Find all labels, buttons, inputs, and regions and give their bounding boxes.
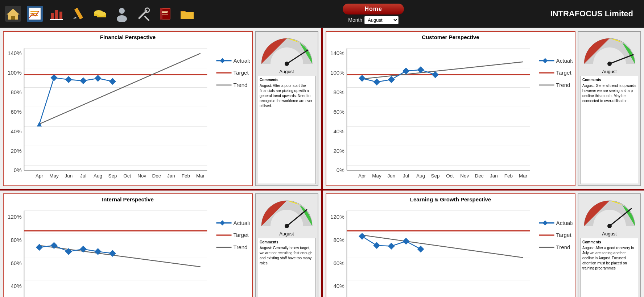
svg-text:140%: 140% [330, 50, 344, 56]
svg-rect-117 [402, 68, 409, 75]
financial-chart-area: 0% 20% 40% 60% 80% 100% 140% Apr May Jun… [6, 42, 250, 183]
svg-rect-2 [11, 16, 15, 20]
svg-text:Aug: Aug [94, 173, 102, 179]
internal-gauge-label: August [279, 231, 294, 237]
svg-text:Target: Target [234, 70, 249, 76]
customer-comments-text: August: General trend is upwards however… [582, 83, 636, 104]
svg-line-157 [40, 246, 201, 267]
svg-point-173 [285, 224, 289, 228]
pencil-icon[interactable] [69, 4, 88, 23]
svg-text:Jan: Jan [490, 173, 498, 179]
svg-rect-115 [373, 79, 380, 85]
financial-quadrant: Financial Perspective 0% 20% [0, 28, 321, 189]
customer-chart-area: 0% 20% 40% 60% 80% 100% 140% Apr May Jun… [329, 42, 573, 183]
customer-chart-svg: 0% 20% 40% 60% 80% 100% 140% Apr May Jun… [329, 42, 573, 183]
svg-line-201 [362, 235, 523, 258]
learning-comments-title: Comments [582, 240, 636, 245]
folder-icon[interactable] [178, 4, 197, 23]
customer-gauge-label: August [602, 69, 616, 74]
home-button[interactable]: Home [343, 4, 404, 14]
svg-rect-203 [373, 242, 380, 249]
financial-comments: Comments August: After a poor start the … [258, 76, 315, 184]
svg-rect-206 [417, 246, 424, 252]
svg-text:60%: 60% [11, 260, 21, 266]
svg-rect-121 [542, 58, 548, 63]
svg-text:May: May [372, 173, 381, 179]
svg-text:140%: 140% [8, 50, 22, 56]
financial-title: Financial Perspective [6, 34, 250, 40]
svg-point-22 [97, 12, 106, 16]
svg-rect-71 [80, 77, 87, 84]
report-icon[interactable] [25, 4, 44, 23]
svg-text:Sep: Sep [431, 173, 439, 179]
svg-text:Jul: Jul [80, 173, 86, 179]
svg-rect-36 [162, 14, 168, 14]
internal-chart-panel: Internal Perspective 0% 20% 40% 60% [3, 193, 253, 297]
financial-gauge-label: August [279, 69, 294, 74]
learning-gauge-label: August [602, 231, 616, 237]
learning-chart-svg: 0% 20% 40% 60% 80% 120% Apr May Jun Jul … [329, 204, 573, 297]
internal-comments: Comments August: Generally below target,… [258, 238, 315, 297]
svg-text:40%: 40% [333, 128, 344, 134]
svg-rect-114 [359, 75, 366, 82]
svg-text:100%: 100% [330, 70, 344, 76]
svg-text:40%: 40% [11, 283, 21, 289]
svg-text:60%: 60% [333, 109, 344, 115]
customer-title: Customer Perspective [329, 34, 573, 40]
svg-rect-73 [109, 78, 116, 85]
svg-text:40%: 40% [11, 128, 21, 134]
svg-text:80%: 80% [333, 237, 344, 243]
book-icon[interactable] [156, 4, 175, 23]
svg-rect-75 [220, 58, 225, 63]
financial-chart-svg: 0% 20% 40% 60% 80% 100% 140% Apr May Jun… [6, 42, 250, 183]
svg-line-67 [40, 53, 201, 124]
svg-text:100%: 100% [8, 70, 22, 76]
learning-comments: Comments August: After a good recovery i… [581, 238, 638, 297]
person-icon[interactable] [112, 4, 131, 23]
customer-gauge-panel: August Comments August: General trend is… [578, 31, 641, 186]
svg-text:20%: 20% [11, 148, 21, 154]
svg-text:Actuals: Actuals [234, 219, 250, 226]
financial-comments-text: August: After a poor start the financial… [260, 83, 314, 109]
svg-rect-11 [59, 12, 62, 20]
svg-text:Aug: Aug [416, 173, 425, 179]
coins-icon[interactable] [91, 4, 110, 23]
tools-icon[interactable] [134, 4, 153, 23]
svg-rect-208 [542, 220, 548, 225]
svg-text:Actuals: Actuals [556, 58, 573, 64]
svg-text:Trend: Trend [234, 82, 248, 88]
bar-chart-icon[interactable] [47, 4, 66, 23]
learning-chart-panel: Learning & Growth Perspective 0% 20% 40%… [326, 193, 575, 297]
svg-text:May: May [49, 173, 59, 179]
svg-text:Mar: Mar [196, 173, 205, 179]
svg-text:0%: 0% [14, 167, 22, 173]
svg-text:Nov: Nov [137, 173, 146, 179]
svg-rect-119 [432, 71, 439, 78]
month-select[interactable]: August April May June July September Oct… [364, 16, 399, 24]
financial-gauge [258, 35, 316, 67]
svg-text:40%: 40% [333, 283, 344, 289]
customer-gauge [581, 35, 639, 67]
center-nav: Home Month August April May June July Se… [197, 4, 550, 24]
svg-text:Actuals: Actuals [556, 219, 573, 226]
svg-rect-165 [220, 220, 225, 225]
main-content: Financial Perspective 0% 20% [0, 28, 644, 297]
svg-text:Apr: Apr [36, 173, 43, 179]
svg-rect-35 [162, 12, 168, 13]
svg-text:0%: 0% [337, 167, 344, 173]
svg-rect-116 [388, 76, 395, 83]
svg-text:Target: Target [234, 232, 249, 238]
svg-rect-9 [51, 13, 54, 20]
svg-text:Trend: Trend [556, 244, 570, 250]
learning-quadrant: Learning & Growth Perspective 0% 20% 40%… [323, 191, 644, 297]
svg-text:Oct: Oct [123, 173, 131, 179]
svg-text:Jul: Jul [403, 173, 409, 179]
internal-comments-title: Comments [260, 240, 314, 245]
learning-gauge-panel: August Comments August: After a good rec… [578, 193, 641, 297]
svg-text:Jan: Jan [167, 173, 175, 179]
home-icon[interactable] [4, 4, 22, 23]
svg-rect-6 [30, 13, 37, 14]
svg-text:120%: 120% [8, 214, 22, 220]
learning-chart-area: 0% 20% 40% 60% 80% 120% Apr May Jun Jul … [329, 204, 573, 297]
svg-text:Feb: Feb [182, 173, 190, 179]
